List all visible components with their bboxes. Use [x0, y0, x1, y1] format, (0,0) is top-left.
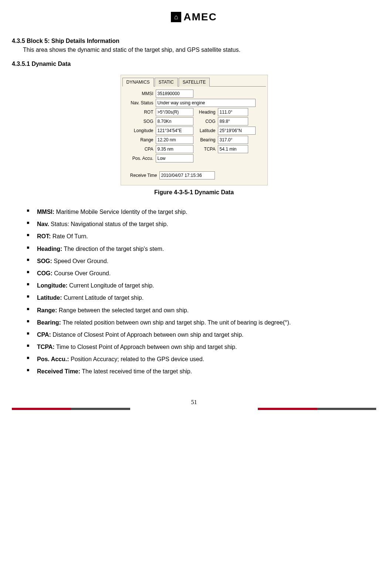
list-item: ROT: Rate Of Turn.: [27, 231, 376, 241]
term: SOG:: [37, 258, 52, 264]
term: Bearing:: [37, 319, 61, 326]
list-item: Bearing: The related position between ow…: [27, 317, 376, 327]
description: Current Longitude of target ship.: [68, 282, 154, 289]
list-item: COG: Course Over Ground.: [27, 268, 376, 278]
value-heading: 111.0°: [218, 108, 248, 116]
list-item: Pos. Accu.: Position Accuracy; related t…: [27, 354, 376, 364]
label-rtime: Receive Time: [124, 173, 157, 178]
list-item: SOG: Speed Over Ground.: [27, 256, 376, 266]
term: TCPA:: [37, 344, 55, 350]
description: Rate Of Turn.: [51, 233, 88, 239]
term: ROT:: [37, 233, 51, 239]
value-nav: Under way using engine: [156, 99, 256, 107]
description: The related position between own ship an…: [61, 319, 291, 326]
description: The latest received time of the target s…: [80, 368, 192, 374]
brand-text: AMEC: [183, 11, 217, 23]
dynamic-data-panel: DYNAMICS STATIC SATELLITE MMSI351890000 …: [121, 75, 268, 185]
value-bearing: 317.0°: [218, 136, 248, 144]
list-item: CPA: Distance of Closest Point of Approa…: [27, 330, 376, 340]
section-heading: 4.3.5 Block 5: Ship Details Information: [12, 38, 376, 44]
label-lat: Latitude: [193, 128, 216, 133]
label-tcpa: TCPA: [193, 147, 216, 152]
description: Distance of Closest Point of Approach be…: [51, 332, 243, 338]
term: Latitude:: [37, 295, 62, 301]
list-item: Received Time: The latest received time …: [27, 366, 376, 376]
label-posaccu: Pos. Accu.: [124, 156, 153, 161]
value-rot: >5°/30s(R): [156, 108, 193, 116]
label-cog: COG: [193, 119, 216, 124]
label-sog: SOG: [124, 119, 153, 124]
footer-decoration: [12, 408, 376, 411]
figure-caption: Figure 4-3-5-1 Dynamic Data: [12, 189, 376, 196]
description: Time to Closest Point of Approach betwee…: [55, 344, 237, 350]
term: Nav.: [37, 221, 49, 227]
term: Heading:: [37, 246, 62, 252]
list-item: Latitude: Current Latitude of target shi…: [27, 293, 376, 303]
tab-satellite[interactable]: SATELLITE: [179, 78, 210, 87]
description: Range between the selected target and ow…: [57, 307, 189, 313]
tab-bar: DYNAMICS STATIC SATELLITE: [121, 75, 267, 86]
term: Received Time:: [37, 368, 80, 374]
definitions-list: MMSI: Maritime Mobile Service Identity o…: [27, 207, 376, 377]
brand-logo: ⌂ AMEC: [171, 11, 217, 23]
house-icon: ⌂: [171, 12, 181, 22]
list-item: TCPA: Time to Closest Point of Approach …: [27, 342, 376, 352]
term: Longitude:: [37, 282, 68, 289]
label-mmsi: MMSI: [124, 91, 153, 96]
description: Position Accuracy; related to the GPS de…: [69, 356, 205, 362]
list-item: MMSI: Maritime Mobile Service Identity o…: [27, 207, 376, 217]
section-intro: This area shows the dynamic and static o…: [23, 47, 376, 53]
tab-static[interactable]: STATIC: [155, 78, 178, 87]
page-number: 51: [12, 399, 376, 406]
value-cog: 89.8°: [218, 117, 248, 125]
description: Maritime Mobile Service Identity of the …: [54, 209, 187, 215]
value-cpa: 9.35 nm: [156, 145, 193, 153]
label-range: Range: [124, 137, 153, 142]
subsection-heading: 4.3.5.1 Dynamic Data: [12, 61, 376, 67]
term: Pos. Accu.:: [37, 356, 69, 362]
term: COG:: [37, 270, 53, 276]
value-posaccu: Low: [156, 154, 193, 162]
label-heading: Heading: [193, 110, 216, 115]
description: The direction of the target ship's stem.: [62, 246, 164, 252]
list-item: Nav. Status: Navigational status of the …: [27, 219, 376, 229]
list-item: Heading: The direction of the target shi…: [27, 244, 376, 254]
value-sog: 8.70Kn: [156, 117, 193, 125]
term: CPA:: [37, 332, 51, 338]
label-bearing: Bearing: [193, 137, 216, 142]
label-nav: Nav. Status: [124, 100, 153, 105]
tab-dynamics[interactable]: DYNAMICS: [122, 78, 154, 87]
label-rot: ROT: [124, 110, 153, 115]
description: Speed Over Ground.: [52, 258, 108, 264]
value-mmsi: 351890000: [156, 90, 193, 98]
page-header: ⌂ AMEC: [12, 11, 376, 23]
description: Current Latitude of target ship.: [62, 295, 144, 301]
description: Status: Navigational status of the targe…: [49, 221, 168, 227]
label-cpa: CPA: [124, 147, 153, 152]
description: Course Over Ground.: [53, 270, 111, 276]
term: MMSI:: [37, 209, 54, 215]
value-lat: 25°19'06"N: [218, 127, 256, 135]
list-item: Range: Range between the selected target…: [27, 305, 376, 315]
value-range: 12.20 nm: [156, 136, 193, 144]
value-rtime: 2010/04/07 17:15:36: [159, 171, 215, 179]
value-tcpa: 54.1 min: [218, 145, 248, 153]
list-item: Longitude: Current Longitude of target s…: [27, 280, 376, 290]
label-lon: Longitude: [124, 128, 153, 133]
value-lon: 121°34'54"E: [156, 127, 193, 135]
term: Range:: [37, 307, 57, 313]
